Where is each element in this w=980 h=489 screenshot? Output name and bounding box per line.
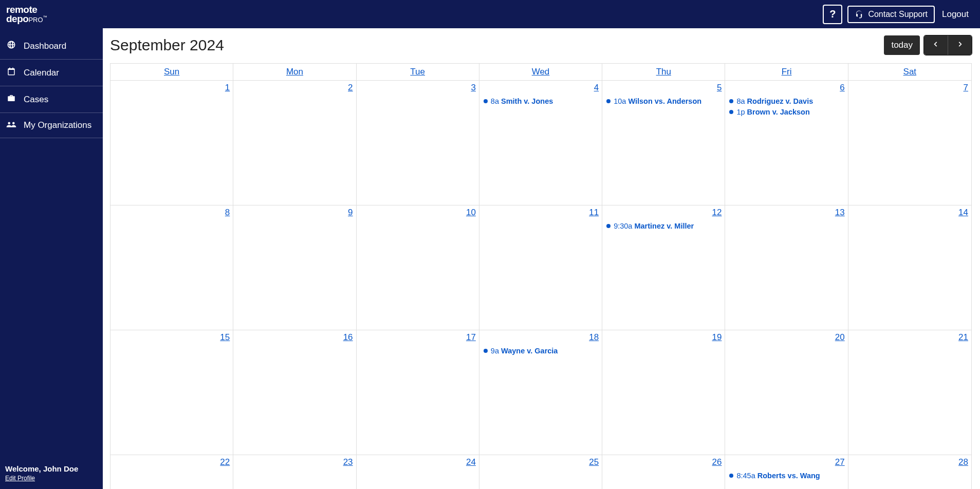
dow-sun[interactable]: Sun	[110, 64, 233, 80]
help-button[interactable]: ?	[823, 5, 842, 24]
day-number[interactable]: 1	[114, 83, 230, 93]
calendar-title: September 2024	[110, 36, 224, 54]
calendar-cell[interactable]: 15	[110, 330, 233, 455]
calendar-week: 2223242526278:45a Roberts vs. Wang28	[110, 455, 971, 489]
prev-month-button[interactable]	[924, 35, 948, 55]
nav-button-group	[924, 35, 972, 55]
calendar-cell[interactable]: 26	[602, 455, 725, 489]
day-number[interactable]: 17	[360, 332, 476, 343]
calendar-cell[interactable]: 21	[848, 330, 971, 455]
calendar-cell[interactable]: 10	[357, 205, 479, 330]
day-number[interactable]: 20	[728, 332, 844, 343]
next-month-button[interactable]	[948, 35, 972, 55]
calendar-controls: today	[884, 35, 972, 55]
calendar-cell[interactable]: 20	[725, 330, 848, 455]
calendar-cell[interactable]: 510a Wilson vs. Anderson	[602, 81, 725, 205]
calendar-event[interactable]: 8a Smith v. Jones	[483, 96, 599, 107]
calendar-cell[interactable]: 11	[479, 205, 602, 330]
day-number[interactable]: 4	[483, 83, 599, 93]
calendar-event[interactable]: 8a Rodriguez v. Davis	[728, 96, 844, 107]
calendar-cell[interactable]: 129:30a Martinez v. Miller	[602, 205, 725, 330]
welcome-text: Welcome, John Doe	[5, 464, 98, 473]
day-number[interactable]: 6	[728, 83, 844, 93]
calendar-event[interactable]: 1p Brown v. Jackson	[728, 107, 844, 118]
dow-fri[interactable]: Fri	[725, 64, 848, 80]
calendar-cell[interactable]: 28	[848, 455, 971, 489]
calendar-cell[interactable]: 68a Rodriguez v. Davis1p Brown v. Jackso…	[725, 81, 848, 205]
calendar-cell[interactable]: 25	[479, 455, 602, 489]
calendar-cell[interactable]: 2	[233, 81, 356, 205]
day-number[interactable]: 19	[605, 332, 722, 343]
day-number[interactable]: 2	[236, 83, 353, 93]
edit-profile-link[interactable]: Edit Profile	[5, 475, 35, 482]
day-number[interactable]: 8	[114, 208, 230, 218]
calendar-cell[interactable]: 14	[848, 205, 971, 330]
sidebar-item-dashboard[interactable]: Dashboard	[0, 32, 103, 60]
chevron-right-icon	[956, 41, 964, 48]
today-button[interactable]: today	[884, 35, 920, 55]
day-number[interactable]: 16	[236, 332, 353, 343]
day-number[interactable]: 9	[236, 208, 353, 218]
calendar-event[interactable]: 8:45a Roberts vs. Wang	[728, 471, 844, 481]
sidebar-item-calendar[interactable]: Calendar	[0, 60, 103, 86]
calendar-cell[interactable]: 48a Smith v. Jones	[479, 81, 602, 205]
dow-sat[interactable]: Sat	[848, 64, 971, 80]
event-time: 8:45a	[736, 472, 757, 480]
dow-wed[interactable]: Wed	[479, 64, 602, 80]
svg-point-1	[12, 122, 15, 125]
calendar-cell[interactable]: 8	[110, 205, 233, 330]
day-number[interactable]: 12	[605, 208, 722, 218]
calendar-cell[interactable]: 17	[357, 330, 479, 455]
logout-button[interactable]: Logout	[940, 6, 971, 23]
sidebar: Dashboard Calendar Cases My Organization…	[0, 28, 103, 489]
calendar-cell[interactable]: 7	[848, 81, 971, 205]
calendar-cell[interactable]: 278:45a Roberts vs. Wang	[725, 455, 848, 489]
event-time: 8a	[736, 97, 747, 105]
day-number[interactable]: 15	[114, 332, 230, 343]
contact-support-button[interactable]: Contact Support	[847, 6, 935, 23]
day-number[interactable]: 7	[852, 83, 968, 93]
calendar-cell[interactable]: 23	[233, 455, 356, 489]
sidebar-item-label: Cases	[24, 95, 48, 105]
chevron-left-icon	[932, 41, 939, 48]
dow-thu[interactable]: Thu	[602, 64, 725, 80]
calendar-event[interactable]: 10a Wilson vs. Anderson	[605, 96, 722, 107]
sidebar-item-label: Dashboard	[24, 41, 66, 51]
calendar-cell[interactable]: 1	[110, 81, 233, 205]
sidebar-item-cases[interactable]: Cases	[0, 86, 103, 113]
day-number[interactable]: 23	[236, 457, 353, 467]
day-number[interactable]: 13	[728, 208, 844, 218]
day-number[interactable]: 14	[852, 208, 968, 218]
calendar-cell[interactable]: 13	[725, 205, 848, 330]
day-number[interactable]: 25	[483, 457, 599, 467]
calendar-event[interactable]: 9:30a Martinez v. Miller	[605, 221, 722, 232]
calendar-cell[interactable]: 16	[233, 330, 356, 455]
calendar-cell[interactable]: 189a Wayne v. Garcia	[479, 330, 602, 455]
sidebar-item-organizations[interactable]: My Organizations	[0, 113, 103, 138]
calendar-cell[interactable]: 3	[357, 81, 479, 205]
day-number[interactable]: 27	[728, 457, 844, 467]
day-number[interactable]: 5	[605, 83, 722, 93]
day-number[interactable]: 28	[852, 457, 968, 467]
calendar-cell[interactable]: 9	[233, 205, 356, 330]
calendar-event[interactable]: 9a Wayne v. Garcia	[483, 346, 599, 356]
event-time: 9a	[491, 347, 501, 355]
day-number[interactable]: 22	[114, 457, 230, 467]
dow-tue[interactable]: Tue	[357, 64, 479, 80]
calendar-cell[interactable]: 22	[110, 455, 233, 489]
day-number[interactable]: 10	[360, 208, 476, 218]
day-number[interactable]: 24	[360, 457, 476, 467]
calendar-cell[interactable]: 19	[602, 330, 725, 455]
day-number[interactable]: 11	[483, 208, 599, 218]
event-time: 9:30a	[614, 222, 634, 230]
dow-mon[interactable]: Mon	[233, 64, 356, 80]
calendar-grid: Sun Mon Tue Wed Thu Fri Sat 12348a Smith…	[110, 63, 972, 489]
topbar: remote depoPRO™ ? Contact Support Logout	[0, 0, 980, 28]
day-number[interactable]: 3	[360, 83, 476, 93]
calendar-cell[interactable]: 24	[357, 455, 479, 489]
day-number[interactable]: 18	[483, 332, 599, 343]
day-number[interactable]: 21	[852, 332, 968, 343]
event-title: Martinez v. Miller	[634, 222, 694, 230]
main-content[interactable]: September 2024 today Sun Mon Tue Wed	[103, 28, 980, 489]
day-number[interactable]: 26	[605, 457, 722, 467]
